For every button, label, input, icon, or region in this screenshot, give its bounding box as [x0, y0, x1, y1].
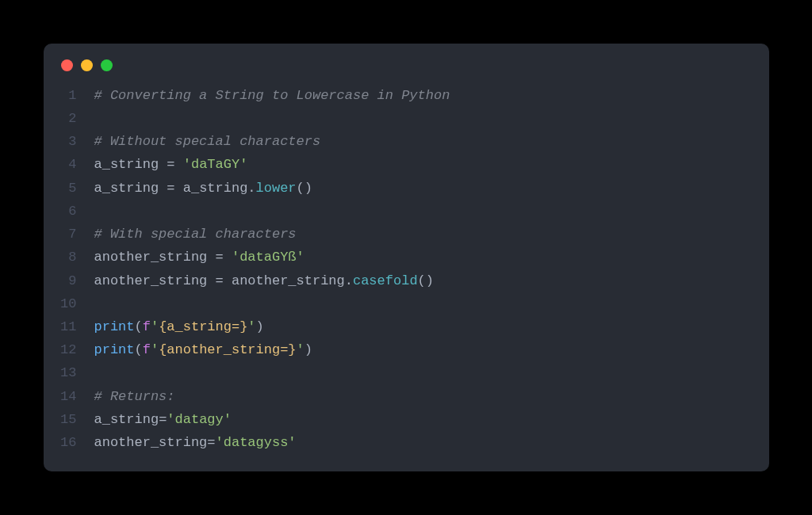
- token-str: ': [151, 342, 159, 357]
- code-line: 4a_string = 'daTaGY': [44, 153, 769, 176]
- window-titlebar: [44, 58, 769, 84]
- token-str: 'datagy': [167, 412, 232, 427]
- token-fprefix: f: [143, 319, 151, 334]
- code-line: 3# Without special characters: [44, 130, 769, 153]
- code-line: 9another_string = another_string.casefol…: [44, 269, 769, 292]
- code-line: 6: [44, 200, 769, 223]
- token-fn: print: [94, 342, 135, 357]
- token-punc: ): [256, 319, 264, 334]
- token-var: a_string: [94, 157, 159, 172]
- token-op: =: [207, 273, 232, 288]
- code-content: another_string='datagyss': [94, 431, 297, 454]
- token-str: ': [247, 319, 255, 334]
- code-content: # Without special characters: [94, 130, 321, 153]
- line-number: 7: [44, 223, 94, 246]
- code-content: a_string='datagy': [94, 408, 232, 431]
- token-fprefix: f: [143, 342, 151, 357]
- token-punc: .: [247, 181, 255, 196]
- line-number: 16: [44, 431, 94, 454]
- token-punc: (): [418, 273, 434, 288]
- maximize-icon[interactable]: [101, 59, 113, 71]
- code-content: [94, 361, 102, 384]
- code-line: 11print(f'{a_string=}'): [44, 315, 769, 338]
- token-var: another_string: [94, 435, 208, 450]
- code-editor: 1# Converting a String to Lowercase in P…: [44, 84, 769, 455]
- token-str: ': [297, 342, 304, 357]
- token-punc: .: [345, 273, 353, 288]
- token-var: a_string: [183, 181, 248, 196]
- token-str: 'daTaGY': [183, 157, 248, 172]
- code-content: [94, 107, 102, 130]
- code-line: 13: [44, 361, 769, 384]
- token-var: another_string: [94, 273, 208, 288]
- code-content: a_string = a_string.lower(): [94, 177, 312, 200]
- token-comment: # Without special characters: [94, 134, 321, 149]
- code-content: # Returns:: [94, 385, 175, 408]
- token-var: a_string: [94, 181, 159, 196]
- close-icon[interactable]: [61, 59, 73, 71]
- token-comment: # With special characters: [94, 227, 297, 242]
- line-number: 4: [44, 153, 94, 176]
- code-line: 12print(f'{another_string=}'): [44, 338, 769, 361]
- token-op: =: [159, 412, 167, 427]
- token-op: =: [207, 435, 215, 450]
- line-number: 15: [44, 408, 94, 431]
- code-content: a_string = 'daTaGY': [94, 153, 248, 176]
- line-number: 11: [44, 315, 94, 338]
- line-number: 9: [44, 269, 94, 292]
- line-number: 10: [44, 292, 94, 315]
- code-line: 5a_string = a_string.lower(): [44, 177, 769, 200]
- token-fplaceholder: {a_string=}: [159, 319, 247, 334]
- minimize-icon[interactable]: [81, 59, 93, 71]
- code-content: [94, 200, 102, 223]
- code-line: 8another_string = 'dataGYß': [44, 246, 769, 269]
- code-line: 1# Converting a String to Lowercase in P…: [44, 84, 769, 107]
- token-punc: (: [135, 319, 143, 334]
- code-line: 14# Returns:: [44, 385, 769, 408]
- token-comment: # Converting a String to Lowercase in Py…: [94, 88, 450, 103]
- line-number: 8: [44, 246, 94, 269]
- token-comment: # Returns:: [94, 389, 175, 404]
- token-fnname: casefold: [353, 273, 418, 288]
- token-str: ': [151, 319, 159, 334]
- code-line: 10: [44, 292, 769, 315]
- token-punc: ): [304, 342, 312, 357]
- token-punc: (): [297, 181, 312, 196]
- token-op: =: [159, 181, 183, 196]
- code-content: # Converting a String to Lowercase in Py…: [94, 84, 450, 107]
- code-content: print(f'{a_string=}'): [94, 315, 264, 338]
- line-number: 14: [44, 385, 94, 408]
- code-content: another_string = another_string.casefold…: [94, 269, 435, 292]
- token-str: 'dataGYß': [232, 250, 304, 265]
- code-content: # With special characters: [94, 223, 297, 246]
- code-line: 16another_string='datagyss': [44, 431, 769, 454]
- token-fplaceholder: {another_string=}: [159, 342, 296, 357]
- line-number: 3: [44, 130, 94, 153]
- token-fn: print: [94, 319, 135, 334]
- code-content: another_string = 'dataGYß': [94, 246, 304, 269]
- code-line: 2: [44, 107, 769, 130]
- line-number: 13: [44, 361, 94, 384]
- token-var: a_string: [94, 412, 159, 427]
- line-number: 5: [44, 177, 94, 200]
- token-op: =: [207, 250, 232, 265]
- code-line: 15a_string='datagy': [44, 408, 769, 431]
- token-var: another_string: [94, 250, 208, 265]
- token-fnname: lower: [256, 181, 297, 196]
- code-content: [94, 292, 102, 315]
- token-var: another_string: [232, 273, 345, 288]
- line-number: 12: [44, 338, 94, 361]
- code-window: 1# Converting a String to Lowercase in P…: [44, 44, 769, 472]
- token-op: =: [159, 157, 183, 172]
- code-content: print(f'{another_string=}'): [94, 338, 312, 361]
- line-number: 1: [44, 84, 94, 107]
- token-punc: (: [135, 342, 143, 357]
- token-str: 'datagyss': [216, 435, 297, 450]
- code-line: 7# With special characters: [44, 223, 769, 246]
- line-number: 2: [44, 107, 94, 130]
- line-number: 6: [44, 200, 94, 223]
